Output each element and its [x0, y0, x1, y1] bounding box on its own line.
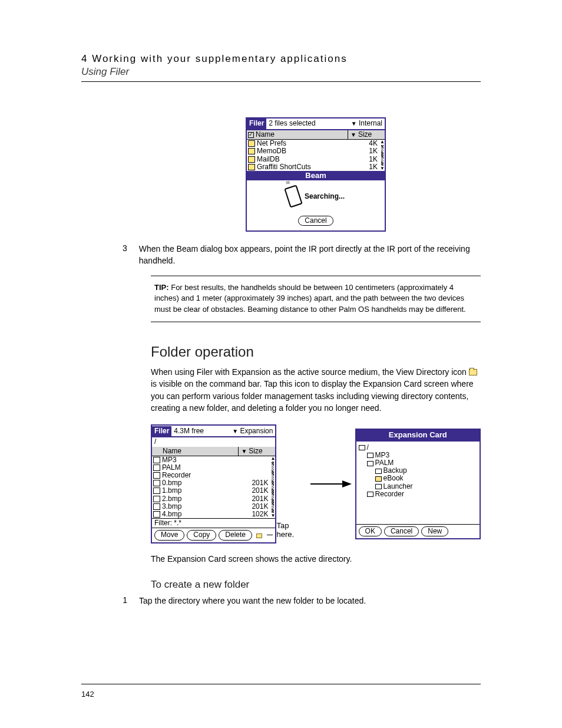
beam-icon [284, 185, 302, 208]
file-row[interactable]: 4.bmp102K [152, 510, 270, 518]
section-title: Using Filer [81, 66, 481, 78]
filer-expansion-screenshot: Filer 4.3M free ▼ Expansion / Name ▼ Siz… [151, 424, 276, 543]
beam-dialog-screenshot: Filer 2 files selected ▼ Internal ✓Name … [246, 117, 386, 232]
tree-item[interactable]: Launcher [359, 483, 477, 490]
callout: Tap here. [276, 523, 306, 539]
arrow-icon [310, 480, 352, 488]
tip-text: For best results, the handhelds should b… [154, 283, 466, 314]
file-row[interactable]: MemoDB1K [247, 147, 380, 155]
folder-icon [469, 369, 477, 375]
heading-folder-operation: Folder operation [151, 344, 481, 360]
location-picker[interactable]: ▼ Expansion [232, 427, 275, 435]
tree-root[interactable]: / [359, 444, 477, 452]
cancel-button[interactable]: Cancel [298, 216, 333, 226]
step-text: Tap the directory where you want the new… [139, 595, 366, 607]
page-number: 142 [81, 690, 94, 699]
tree-item[interactable]: Backup [359, 467, 477, 475]
dialog-title: Beam [247, 171, 385, 180]
scrollbar[interactable]: ▲ ▼ [380, 140, 385, 171]
heading-create-folder: To create a new folder [151, 579, 481, 591]
select-all-checkbox[interactable]: ✓ [248, 132, 254, 138]
col-header-name[interactable]: Name [256, 131, 275, 139]
copy-button[interactable]: Copy [187, 530, 216, 540]
step-number: 1 [123, 595, 139, 607]
folder-op-paragraph: When using Filer with Expansion as the a… [151, 366, 481, 414]
app-label: Filer [247, 118, 266, 129]
tree-item[interactable]: PALM [359, 459, 477, 467]
view-directory-icon[interactable] [256, 532, 262, 538]
ok-button[interactable]: OK [359, 526, 382, 536]
file-row[interactable]: 2.bmp201K [152, 495, 270, 503]
file-row[interactable]: MP3 [152, 456, 270, 464]
expansion-card-screenshot: Expansion Card / MP3 PALM Backup eBook L… [355, 429, 481, 540]
beam-status: Searching... [305, 193, 345, 200]
file-row[interactable]: MailDB1K [247, 156, 380, 163]
chapter-title: 4 Working with your supplementary applic… [81, 53, 481, 65]
new-button[interactable]: New [421, 526, 448, 536]
scrollbar[interactable]: ▲ ▼ [270, 456, 275, 519]
dialog-title: Expansion Card [356, 430, 480, 440]
footer-rule [81, 684, 481, 684]
col-header-size[interactable]: Size [358, 131, 372, 139]
selection-status: 2 files selected [266, 120, 351, 127]
col-header-name[interactable]: Name [163, 447, 181, 455]
breadcrumb: / [152, 437, 275, 446]
tree-item[interactable]: Recorder [359, 490, 477, 498]
file-row[interactable]: 1.bmp201K [152, 487, 270, 495]
app-label: Filer [152, 426, 171, 436]
figure-caption: The Expansion Card screen shows the acti… [151, 554, 481, 564]
col-header-size[interactable]: Size [249, 447, 262, 455]
file-row[interactable]: Graffiti ShortCuts1K [247, 163, 380, 171]
move-button[interactable]: Move [154, 530, 184, 540]
filter-row: Filter: *.* [152, 518, 275, 528]
tip-box: TIP: For best results, the handhelds sho… [151, 275, 481, 323]
delete-button[interactable]: Delete [219, 530, 252, 540]
cancel-button[interactable]: Cancel [384, 526, 419, 536]
tip-label: TIP: [154, 283, 169, 292]
step-text: When the Beam dialog box appears, point … [139, 243, 481, 266]
svg-marker-1 [342, 480, 352, 487]
location-picker[interactable]: ▼ Internal [351, 120, 385, 127]
free-space: 4.3M free [171, 427, 232, 435]
tree-item[interactable]: eBook [359, 475, 477, 482]
step-number: 3 [123, 243, 139, 266]
